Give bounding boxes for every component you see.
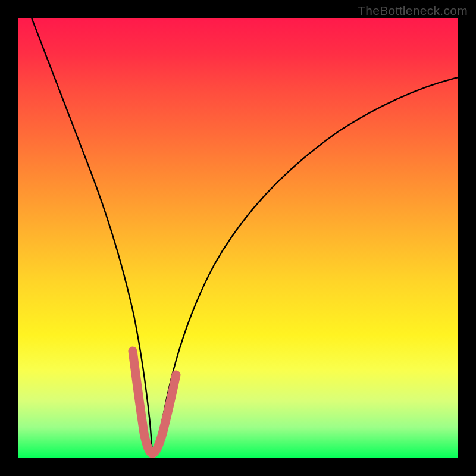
curve-layer — [18, 18, 458, 458]
optimal-zone-highlight — [133, 351, 176, 453]
plot-area — [18, 18, 458, 458]
bottleneck-curve — [18, 0, 458, 454]
outer-frame: TheBottleneck.com — [0, 0, 476, 476]
watermark-text: TheBottleneck.com — [358, 4, 468, 18]
